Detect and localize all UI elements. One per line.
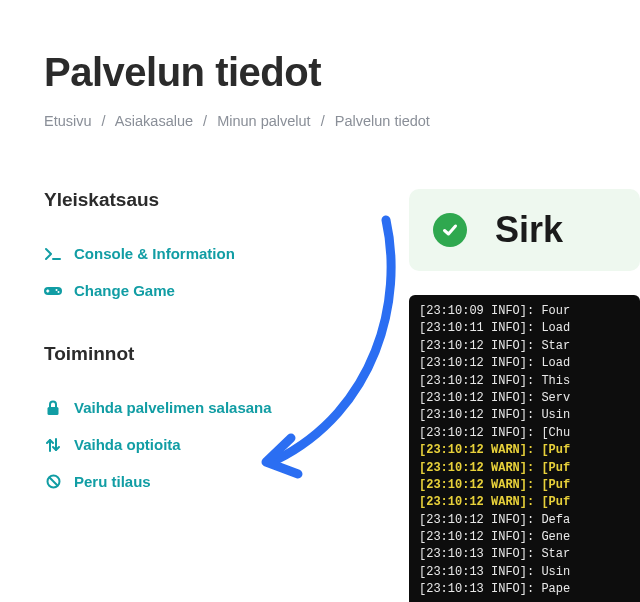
breadcrumb-item[interactable]: Palvelun tiedot xyxy=(335,113,430,129)
svg-rect-3 xyxy=(46,290,49,292)
console-line: [23:10:11 INFO]: Load xyxy=(419,320,630,337)
svg-line-10 xyxy=(49,477,57,485)
console-line: [23:10:12 INFO]: Serv xyxy=(419,390,630,407)
status-ok-icon xyxy=(433,213,467,247)
breadcrumb: Etusivu / Asiakasalue / Minun palvelut /… xyxy=(44,113,640,129)
swap-vertical-icon xyxy=(44,437,62,453)
page-title: Palvelun tiedot xyxy=(44,50,640,95)
console-line: [23:10:12 INFO]: Load xyxy=(419,355,630,372)
nav-item-label: Change Game xyxy=(74,282,175,299)
overview-nav: Console & Information Change Game xyxy=(44,235,409,309)
breadcrumb-separator: / xyxy=(321,113,325,129)
nav-item-label: Peru tilaus xyxy=(74,473,151,490)
nav-item-label: Vaihda palvelimen salasana xyxy=(74,399,272,416)
console-line: [23:10:12 INFO]: [Chu xyxy=(419,425,630,442)
console-line: [23:10:12 INFO]: Star xyxy=(419,338,630,355)
server-status-card: Sirk xyxy=(409,189,640,271)
console-line: [23:10:12 INFO]: This xyxy=(419,373,630,390)
console-icon xyxy=(44,247,62,261)
nav-cancel-order[interactable]: Peru tilaus xyxy=(44,463,409,500)
breadcrumb-separator: / xyxy=(203,113,207,129)
console-line: [23:10:12 WARN]: [Puf xyxy=(419,477,630,494)
console-line: [23:10:12 WARN]: [Puf xyxy=(419,442,630,459)
server-name: Sirk xyxy=(495,209,563,251)
console-line: [23:10:13 INFO]: Star xyxy=(419,546,630,563)
svg-point-4 xyxy=(56,289,58,291)
svg-rect-6 xyxy=(48,407,59,415)
gamepad-icon xyxy=(44,285,62,297)
nav-change-game[interactable]: Change Game xyxy=(44,272,409,309)
console-line: [23:10:13 INFO]: Usin xyxy=(419,564,630,581)
breadcrumb-separator: / xyxy=(102,113,106,129)
nav-item-label: Vaihda optioita xyxy=(74,436,181,453)
console-line: [23:10:13 INFO]: Pape xyxy=(419,581,630,598)
breadcrumb-item[interactable]: Etusivu xyxy=(44,113,92,129)
ban-icon xyxy=(44,474,62,489)
lock-icon xyxy=(44,400,62,416)
overview-heading: Yleiskatsaus xyxy=(44,189,409,211)
console-line: [23:10:12 WARN]: [Puf xyxy=(419,494,630,511)
server-console[interactable]: [23:10:09 INFO]: Four[23:10:11 INFO]: Lo… xyxy=(409,295,640,602)
nav-change-options[interactable]: Vaihda optioita xyxy=(44,426,409,463)
nav-change-server-password[interactable]: Vaihda palvelimen salasana xyxy=(44,389,409,426)
console-line: [23:10:12 INFO]: Defa xyxy=(419,512,630,529)
console-line: [23:10:12 WARN]: [Puf xyxy=(419,460,630,477)
console-line: [23:10:09 INFO]: Four xyxy=(419,303,630,320)
nav-item-label: Console & Information xyxy=(74,245,235,262)
breadcrumb-item[interactable]: Asiakasalue xyxy=(115,113,193,129)
nav-console-information[interactable]: Console & Information xyxy=(44,235,409,272)
svg-point-5 xyxy=(58,291,60,293)
actions-nav: Vaihda palvelimen salasana Vaihda optioi… xyxy=(44,389,409,500)
console-line: [23:10:12 INFO]: Usin xyxy=(419,407,630,424)
actions-heading: Toiminnot xyxy=(44,343,409,365)
console-line: [23:10:12 INFO]: Gene xyxy=(419,529,630,546)
breadcrumb-item[interactable]: Minun palvelut xyxy=(217,113,311,129)
